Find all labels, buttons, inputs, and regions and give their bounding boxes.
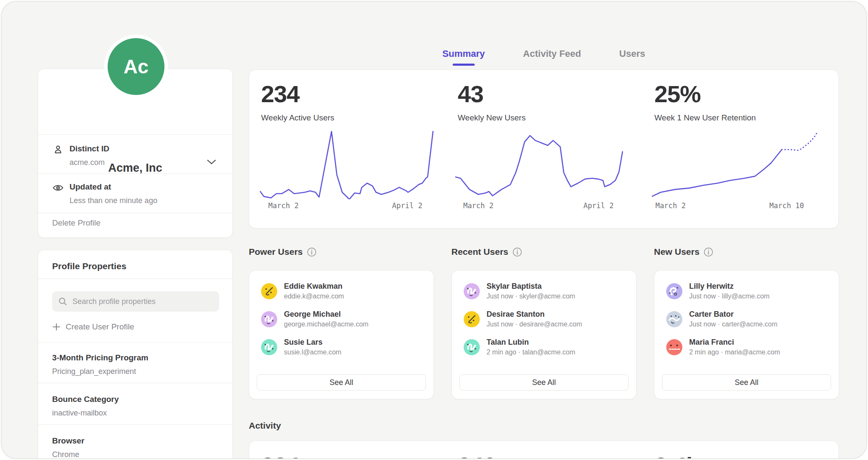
- tab-users-label: Users: [619, 48, 645, 59]
- divider: [38, 383, 232, 383]
- user-sections: Power Users Eddie Kwakman eddie.k@a: [249, 245, 839, 399]
- property-value: inactive-mailbox: [52, 409, 107, 418]
- x-tick: March 2: [463, 201, 494, 210]
- stat-label: Weekly Active Users: [261, 113, 334, 123]
- power-users-section: Power Users Eddie Kwakman eddie.k@a: [249, 245, 434, 399]
- search-icon: [58, 297, 67, 306]
- see-all-button[interactable]: See All: [257, 374, 426, 390]
- tab-summary[interactable]: Summary: [442, 48, 485, 66]
- user-row[interactable]: Talan Lubin 2 min ago · talan@acme.com: [459, 336, 629, 359]
- distinct-id-label: Distinct ID: [70, 144, 109, 153]
- user-row[interactable]: Carter Bator Just now · carter@acme.com: [662, 308, 831, 331]
- plus-icon: [52, 323, 61, 331]
- divider: [38, 424, 232, 425]
- activity-section-title: Activity: [249, 421, 281, 431]
- user-name: Susie Lars: [284, 337, 341, 347]
- activity-value: 234: [261, 452, 299, 459]
- x-tick: April 2: [392, 201, 423, 210]
- app-frame: Ac Acme, Inc Distinct ID acme.com: [1, 1, 867, 459]
- user-email: george.michael@acme.com: [284, 320, 368, 329]
- user-avatar: [261, 311, 277, 327]
- recent-users-section: Recent Users Skylar Baptista Just n: [451, 245, 637, 399]
- x-tick: March 2: [268, 201, 299, 210]
- search-input[interactable]: [72, 297, 213, 307]
- user-name: Maria Franci: [689, 337, 780, 347]
- user-last-seen-email: Just now · lilly@acme.com: [689, 292, 770, 301]
- see-all-button[interactable]: See All: [459, 374, 629, 390]
- stat-week1-retention: 25% Week 1 New User Retention March 2 Ma…: [643, 70, 839, 228]
- activity-card: 234 240 3.4k: [249, 440, 839, 459]
- week1-retention-sparkline: [652, 129, 830, 199]
- see-all-button[interactable]: See All: [662, 374, 831, 390]
- divider: [38, 134, 232, 135]
- user-avatar: [464, 339, 480, 355]
- user-row[interactable]: Susie Lars susie.l@acme.com: [257, 336, 426, 359]
- weekly-active-users-sparkline: [259, 129, 437, 199]
- info-icon[interactable]: [307, 247, 317, 257]
- profile-properties-search[interactable]: [52, 291, 219, 312]
- user-avatar: [666, 283, 682, 299]
- eye-icon: [52, 182, 64, 194]
- new-users-card: Lilly Herwitz Just now · lilly@acme.com …: [654, 270, 839, 399]
- stat-value: 43: [458, 80, 483, 108]
- user-last-seen-email: Just now · carter@acme.com: [689, 320, 777, 329]
- user-name: George Michael: [284, 309, 368, 319]
- updated-at-value: Less than one minute ago: [70, 196, 157, 205]
- user-name: Lilly Herwitz: [689, 282, 770, 291]
- user-avatar: [261, 339, 277, 355]
- stat-label: Weekly New Users: [458, 113, 526, 123]
- weekly-new-users-sparkline: [455, 129, 633, 199]
- activity-value: 3.4k: [654, 452, 699, 459]
- profile-properties-title: Profile Properties: [52, 261, 126, 271]
- user-email: eddie.k@acme.com: [284, 292, 344, 301]
- tab-summary-label: Summary: [442, 48, 485, 59]
- company-name: Acme, Inc: [38, 162, 232, 175]
- tab-activity-feed[interactable]: Activity Feed: [523, 48, 581, 66]
- user-row[interactable]: Eddie Kwakman eddie.k@acme.com: [257, 280, 426, 303]
- x-axis: March 2 March 10: [652, 201, 830, 212]
- user-row[interactable]: Lilly Herwitz Just now · lilly@acme.com: [662, 280, 831, 303]
- user-name: Talan Lubin: [487, 337, 575, 347]
- user-avatar: [261, 283, 277, 299]
- stat-value: 25%: [654, 80, 701, 108]
- tab-users[interactable]: Users: [619, 48, 645, 66]
- profile-properties-card: Profile Properties Create User Profile 3…: [38, 250, 233, 459]
- user-name: Desirae Stanton: [487, 309, 582, 319]
- create-user-profile-button[interactable]: Create User Profile: [52, 322, 134, 332]
- x-tick: March 10: [769, 201, 804, 210]
- info-icon[interactable]: [512, 247, 522, 257]
- new-users-section: New Users Lilly Herwitz Just now ·: [654, 245, 839, 399]
- x-tick: March 2: [655, 201, 686, 210]
- power-users-title: Power Users: [249, 247, 303, 257]
- x-axis: March 2 April 2: [259, 201, 437, 212]
- user-row[interactable]: Maria Franci 2 min ago · maria@acme.com: [662, 336, 831, 359]
- user-row[interactable]: George Michael george.michael@acme.com: [257, 308, 426, 331]
- delete-profile-button[interactable]: Delete Profile: [52, 218, 100, 228]
- power-users-card: Eddie Kwakman eddie.k@acme.com George Mi…: [249, 270, 434, 399]
- property-value: Chrome: [52, 450, 79, 459]
- new-users-title: New Users: [654, 247, 699, 257]
- divider: [38, 213, 232, 213]
- stat-weekly-new-users: 43 Weekly New Users March 2 April 2: [446, 70, 643, 228]
- info-icon[interactable]: [704, 247, 713, 257]
- active-tab-underline: [453, 64, 475, 66]
- activity-value: 240: [458, 452, 496, 459]
- tab-activity-feed-label: Activity Feed: [523, 48, 581, 59]
- user-avatar: [464, 283, 480, 299]
- recent-users-card: Skylar Baptista Just now · skyler@acme.c…: [451, 270, 637, 399]
- chevron-down-icon[interactable]: [207, 159, 216, 165]
- create-user-profile-label: Create User Profile: [66, 322, 134, 332]
- user-name: Skylar Baptista: [487, 282, 575, 291]
- main-tab-bar: Summary Activity Feed Users: [249, 48, 839, 66]
- user-row[interactable]: Skylar Baptista Just now · skyler@acme.c…: [459, 280, 629, 303]
- user-avatar: [666, 339, 682, 355]
- divider: [38, 343, 232, 343]
- user-last-seen-email: 2 min ago · maria@acme.com: [689, 348, 780, 357]
- property-name: Bounce Category: [52, 395, 119, 404]
- divider: [38, 173, 232, 174]
- user-row[interactable]: Desirae Stanton Just now · desirare@acme…: [459, 308, 629, 331]
- stat-value: 234: [261, 80, 299, 108]
- user-avatar: [666, 311, 682, 327]
- user-last-seen-email: Just now · skyler@acme.com: [487, 292, 575, 301]
- stat-label: Week 1 New User Retention: [654, 113, 756, 123]
